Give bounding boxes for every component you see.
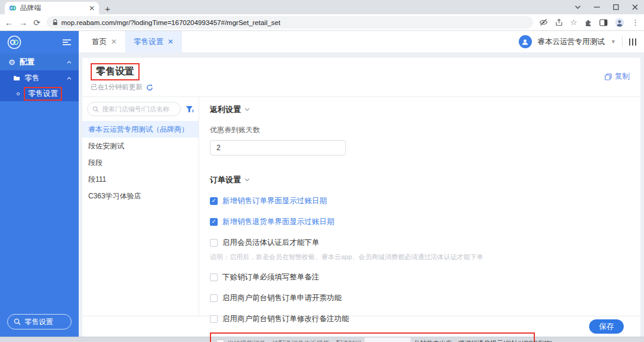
annotation-red-box: 零售设置 — [24, 87, 62, 101]
section-title: 返利设置 — [210, 104, 241, 115]
browser-tabstrip: 品牌端 ✕ + — [0, 0, 644, 14]
checkbox-label: 启用商户前台销售订单申请开票功能 — [222, 293, 342, 303]
sidebar-item-label: 零售设置 — [28, 89, 58, 98]
bookmark-star-icon[interactable]: ☆ — [570, 18, 577, 27]
browser-toolbar: ← → ⟳ mop.reabam.com/mgr/?lodingTime=167… — [0, 14, 644, 31]
forward-icon[interactable]: → — [19, 18, 27, 27]
checkbox-row: 启用商户前台销售订单申请开票功能 — [210, 293, 630, 303]
browser-tab[interactable]: 品牌端 ✕ — [5, 2, 99, 14]
section-order-header[interactable]: 订单设置 — [210, 175, 630, 185]
url-text: mop.reabam.com/mgr/?lodingTime=167020499… — [61, 19, 280, 26]
user-name: 睿本云运营专用测试 — [538, 37, 605, 47]
voice-alert-prefix: 当待提货订单、待配送订单临近提货、配送时间 — [227, 339, 361, 342]
app-sidebar: ⚙ 配置 零售 零售设置 零售设置 — [0, 31, 79, 337]
voice-alert-annotated-box: 当待提货订单、待配送订单临近提货、配送时间 分钟前未出库，将进行语音提示(仅针对… — [210, 332, 535, 342]
checkbox-label: 启用商户前台销售订单修改行备注功能 — [222, 314, 349, 324]
settings-panel: 返利设置 优惠券到账天数 订单设置 新增销售订单界面显示过账日期 — [199, 97, 640, 316]
profile-avatar-icon[interactable] — [615, 18, 624, 27]
chevron-up-icon — [67, 77, 72, 80]
tab-search-chevron-icon[interactable] — [575, 5, 581, 9]
store-list-item[interactable]: 段段 — [82, 154, 199, 171]
store-list-panel: 睿本云运营专用测试（品牌商） 段佐安测试 段段 段111 C363学习体验店 — [82, 97, 199, 316]
updated-text: 已在1分钟前更新 — [91, 83, 143, 92]
window-maximize-button[interactable] — [613, 4, 619, 10]
checkbox[interactable] — [210, 239, 218, 247]
store-list-item[interactable]: 段佐安测试 — [82, 138, 199, 154]
site-favicon — [9, 4, 17, 12]
section-title: 订单设置 — [210, 175, 241, 185]
voice-minutes-input[interactable] — [364, 337, 411, 342]
copy-icon — [605, 73, 612, 80]
section-rebate-header[interactable]: 返利设置 — [210, 104, 630, 115]
folder-icon — [13, 75, 20, 81]
side-panel-icon[interactable] — [599, 19, 608, 26]
columns-menu-icon[interactable] — [628, 38, 637, 46]
gear-icon: ⚙ — [8, 58, 16, 66]
chevron-down-icon — [244, 108, 250, 111]
checkbox[interactable] — [210, 294, 218, 302]
store-list-item[interactable]: 段111 — [82, 171, 199, 188]
chevron-down-icon — [244, 178, 250, 182]
back-icon[interactable]: ← — [5, 18, 13, 27]
app-tab-retail-settings[interactable]: 零售设置 ✕ — [125, 31, 182, 52]
checkbox-label: 新增销售订单界面显示过账日期 — [222, 196, 327, 206]
app-tab-label: 首页 — [92, 37, 107, 47]
card-header: 零售设置 已在1分钟前更新 复制 — [82, 58, 640, 97]
coupon-days-input[interactable] — [210, 140, 346, 156]
checkbox[interactable] — [210, 197, 218, 205]
checkbox[interactable] — [210, 218, 218, 226]
new-tab-button[interactable]: + — [105, 4, 110, 13]
store-search-box[interactable] — [87, 102, 181, 116]
checkbox-label: 新增销售退货单界面显示过账日期 — [222, 217, 335, 227]
lock-icon — [52, 19, 58, 26]
eye-off-icon[interactable] — [539, 18, 548, 26]
checkbox-label: 启用会员活体认证后才能下单 — [222, 238, 320, 248]
checkbox[interactable] — [210, 273, 218, 281]
store-search-input[interactable] — [102, 105, 175, 113]
checkbox-row: 启用会员活体认证后才能下单 — [210, 238, 630, 248]
app-tab-home[interactable]: 首页 ✕ — [83, 31, 125, 52]
sidebar-footer-search[interactable]: 零售设置 — [7, 314, 72, 329]
checkbox-row: 下赊销订单必须填写整单备注 — [210, 272, 630, 282]
checkbox-row: 新增销售订单界面显示过账日期 — [210, 196, 630, 206]
extensions-puzzle-icon[interactable] — [584, 18, 592, 26]
store-list-item[interactable]: 睿本云运营专用测试（品牌商） — [82, 121, 199, 138]
copy-button[interactable]: 复制 — [605, 71, 630, 82]
close-icon[interactable]: ✕ — [111, 38, 117, 46]
app-logo-icon — [7, 35, 21, 49]
copy-label: 复制 — [615, 71, 630, 82]
sidebar-collapse-icon[interactable] — [62, 39, 72, 46]
window-close-button[interactable] — [632, 4, 638, 10]
app-topbar: 首页 ✕ 零售设置 ✕ 睿本云运营专用测试 ▼ — [79, 31, 644, 52]
reload-icon[interactable]: ⟳ — [33, 18, 41, 27]
address-bar[interactable]: mop.reabam.com/mgr/?lodingTime=167020499… — [47, 16, 534, 29]
sidebar-item-label: 零售 — [24, 73, 39, 83]
close-icon[interactable]: ✕ — [168, 38, 174, 46]
retail-settings-card: 零售设置 已在1分钟前更新 复制 — [82, 58, 640, 316]
window-minimize-button[interactable] — [594, 4, 600, 10]
sidebar-footer-label: 零售设置 — [24, 317, 53, 327]
checkbox-row: 新增销售退货单界面显示过账日期 — [210, 217, 630, 227]
sidebar-item-config[interactable]: ⚙ 配置 — [0, 54, 79, 70]
browser-tab-title: 品牌端 — [20, 4, 85, 13]
bullet-icon — [17, 92, 20, 95]
coupon-days-label: 优惠券到账天数 — [210, 125, 630, 135]
tab-close-icon[interactable]: ✕ — [89, 5, 95, 12]
checkbox[interactable] — [210, 315, 218, 323]
page-title: 零售设置 — [91, 63, 140, 80]
voice-alert-row: 当待提货订单、待配送订单临近提货、配送时间 分钟前未出库，将进行语音提示(仅针对… — [216, 337, 528, 342]
browser-menu-kebab-icon[interactable]: ⋮ — [631, 18, 639, 27]
search-icon — [92, 106, 99, 113]
chevron-up-icon — [67, 61, 72, 64]
checkbox[interactable] — [216, 340, 224, 342]
chevron-down-icon[interactable]: ▼ — [611, 39, 616, 45]
store-list-item[interactable]: C363学习体验店 — [82, 188, 199, 204]
sidebar-item-retail-settings[interactable]: 零售设置 — [0, 86, 79, 101]
checkbox-label: 下赊销订单必须填写整单备注 — [222, 272, 320, 282]
sidebar-item-retail[interactable]: 零售 — [0, 70, 79, 86]
share-icon[interactable] — [555, 18, 563, 26]
refresh-icon[interactable] — [146, 84, 153, 91]
filter-funnel-icon[interactable] — [185, 105, 194, 113]
sidebar-item-label: 配置 — [20, 57, 35, 67]
divider — [622, 36, 623, 47]
